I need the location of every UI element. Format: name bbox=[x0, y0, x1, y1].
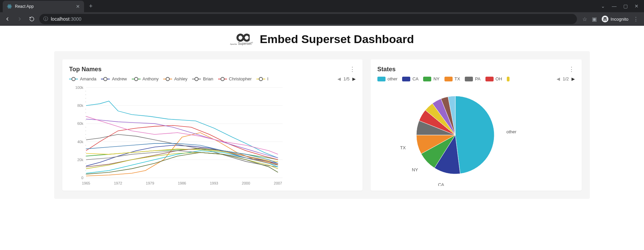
svg-point-0 bbox=[9, 6, 10, 7]
card-title: Top Names bbox=[69, 66, 102, 73]
legend-item[interactable]: CA bbox=[402, 76, 418, 81]
side-panel-icon[interactable]: ▣ bbox=[592, 16, 597, 22]
back-button[interactable] bbox=[3, 14, 12, 24]
legend-next-icon[interactable]: ▶ bbox=[572, 76, 575, 81]
svg-point-5 bbox=[72, 78, 75, 80]
svg-text:TX: TX bbox=[400, 145, 406, 150]
svg-point-11 bbox=[166, 78, 169, 80]
browser-menu-icon[interactable]: ⋮ bbox=[633, 16, 639, 22]
legend-prev-icon[interactable]: ◀ bbox=[337, 76, 341, 81]
legend-item[interactable]: Amanda bbox=[69, 76, 96, 81]
svg-text:1965: 1965 bbox=[82, 181, 90, 185]
tab-title: React App bbox=[15, 4, 73, 9]
legend-line-glyph-icon bbox=[256, 77, 265, 81]
legend-label: NY bbox=[433, 76, 439, 81]
url-port: :3000 bbox=[69, 16, 81, 22]
legend-swatch-icon bbox=[444, 77, 453, 81]
legend-label: other bbox=[388, 76, 398, 81]
legend-label: I bbox=[267, 76, 269, 81]
svg-text:2000: 2000 bbox=[242, 181, 250, 185]
page-content: Apache Superset® Embed Superset Dashboar… bbox=[0, 26, 644, 199]
svg-point-13 bbox=[195, 78, 198, 80]
legend-label: TX bbox=[455, 76, 460, 81]
tab-dropdown-icon[interactable]: ⌄ bbox=[601, 3, 605, 9]
browser-tab[interactable]: React App ✕ bbox=[3, 1, 84, 12]
legend-item[interactable]: Andrew bbox=[101, 76, 127, 81]
legend-label: PA bbox=[475, 76, 480, 81]
legend-swatch-icon bbox=[377, 77, 386, 81]
site-info-icon[interactable]: ⓘ bbox=[43, 16, 48, 22]
svg-text:1986: 1986 bbox=[178, 181, 186, 185]
states-legend: otherCANYTXPAOH◀ 1/2 ▶ bbox=[377, 76, 575, 81]
svg-text:CA: CA bbox=[438, 182, 444, 186]
legend-label: Christopher bbox=[229, 76, 252, 81]
legend-item[interactable]: Brian bbox=[192, 76, 213, 81]
infinity-icon bbox=[233, 33, 250, 42]
legend-line-glyph-icon bbox=[101, 77, 110, 81]
dashboard-container: Top Names ⋮ AmandaAndrewAnthonyAshleyBri… bbox=[54, 51, 590, 199]
legend-item[interactable]: TX bbox=[444, 76, 460, 81]
legend-line-glyph-icon bbox=[69, 77, 78, 81]
address-bar[interactable]: ⓘ localhost:3000 bbox=[39, 14, 577, 24]
svg-text:NY: NY bbox=[412, 167, 418, 172]
top-names-card: Top Names ⋮ AmandaAndrewAnthonyAshleyBri… bbox=[62, 59, 362, 191]
legend-item[interactable]: PA bbox=[465, 76, 480, 81]
legend-item[interactable]: Ashley bbox=[163, 76, 187, 81]
card-menu-icon[interactable]: ⋮ bbox=[349, 65, 356, 73]
window-close-icon[interactable]: ✕ bbox=[635, 3, 639, 9]
page-title: Embed Superset Dashboard bbox=[260, 33, 414, 46]
new-tab-button[interactable]: + bbox=[86, 1, 96, 11]
page-header: Apache Superset® Embed Superset Dashboar… bbox=[0, 26, 644, 51]
top-names-chart: 020k40k60k80k100k19651972197919861993200… bbox=[69, 84, 356, 186]
legend-label: Andrew bbox=[112, 76, 127, 81]
legend-item[interactable] bbox=[507, 77, 512, 81]
legend-item[interactable]: Christopher bbox=[218, 76, 252, 81]
svg-text:40k: 40k bbox=[77, 140, 83, 144]
svg-point-9 bbox=[135, 78, 138, 80]
legend-line-glyph-icon bbox=[192, 77, 201, 81]
reload-button[interactable] bbox=[27, 14, 37, 24]
svg-text:0: 0 bbox=[81, 176, 83, 180]
card-menu-icon[interactable]: ⋮ bbox=[568, 65, 575, 73]
legend-next-icon[interactable]: ▶ bbox=[352, 76, 356, 81]
bookmark-star-icon[interactable]: ☆ bbox=[582, 16, 587, 22]
logo-text: Superset bbox=[238, 42, 251, 45]
legend-item[interactable]: other bbox=[377, 76, 398, 81]
tab-strip: React App ✕ + ⌄ ― ▢ ✕ bbox=[0, 0, 644, 12]
legend-label: Ashley bbox=[174, 76, 187, 81]
incognito-icon bbox=[602, 16, 608, 22]
window-maximize-icon[interactable]: ▢ bbox=[623, 3, 628, 9]
browser-chrome: React App ✕ + ⌄ ― ▢ ✕ ⓘ localhost:3000 ☆… bbox=[0, 0, 644, 26]
svg-text:100k: 100k bbox=[75, 85, 83, 90]
legend-label: Brian bbox=[203, 76, 213, 81]
svg-text:60k: 60k bbox=[77, 121, 83, 126]
legend-page-indicator: 1/5 bbox=[344, 76, 350, 81]
forward-button[interactable] bbox=[15, 14, 24, 24]
top-names-legend: AmandaAndrewAnthonyAshleyBrianChristophe… bbox=[69, 76, 356, 81]
window-minimize-icon[interactable]: ― bbox=[612, 3, 617, 9]
legend-item[interactable]: Anthony bbox=[132, 76, 159, 81]
legend-line-glyph-icon bbox=[163, 77, 172, 81]
svg-point-15 bbox=[221, 78, 224, 80]
legend-swatch-icon bbox=[423, 77, 431, 81]
superset-logo: Apache Superset® bbox=[230, 33, 253, 45]
states-card: States ⋮ otherCANYTXPAOH◀ 1/2 ▶ otherCAN… bbox=[371, 59, 582, 191]
legend-item[interactable]: NY bbox=[423, 76, 439, 81]
legend-swatch-icon bbox=[402, 77, 410, 81]
legend-prev-icon[interactable]: ◀ bbox=[557, 76, 560, 81]
incognito-label: Incognito bbox=[610, 17, 628, 22]
svg-point-17 bbox=[259, 78, 262, 80]
logo-subtext: Apache bbox=[230, 43, 237, 45]
incognito-badge: Incognito bbox=[602, 16, 628, 22]
svg-text:1979: 1979 bbox=[146, 181, 154, 185]
tab-close-icon[interactable]: ✕ bbox=[76, 4, 80, 9]
svg-text:20k: 20k bbox=[77, 158, 83, 162]
legend-item[interactable]: I bbox=[256, 76, 269, 81]
svg-text:other: other bbox=[506, 129, 516, 134]
url-host: localhost bbox=[51, 16, 69, 22]
legend-line-glyph-icon bbox=[218, 77, 227, 81]
svg-point-7 bbox=[104, 78, 107, 80]
legend-swatch-icon bbox=[507, 77, 510, 81]
svg-text:2007: 2007 bbox=[274, 181, 282, 185]
legend-item[interactable]: OH bbox=[485, 76, 502, 81]
